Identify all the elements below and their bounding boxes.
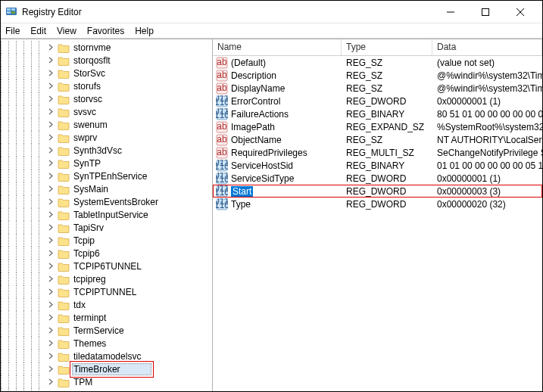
tree-label[interactable]: StorSvc [72,68,107,79]
expander-icon[interactable] [46,185,55,194]
expander-icon[interactable] [46,390,55,392]
tree-item-tpm[interactable]: TPM [1,375,212,388]
expander-icon[interactable] [46,262,55,271]
tree-label[interactable]: storufs [72,81,102,92]
tree-item-tcpipreg[interactable]: tcpipreg [1,272,212,285]
tree-item-stornvme[interactable]: stornvme [1,41,212,54]
tree-item-tiledatamodelsvc[interactable]: tiledatamodelsvc [1,350,212,362]
tree-item-terminpt[interactable]: terminpt [1,311,212,324]
expander-icon[interactable] [46,82,55,91]
tree-label[interactable]: Synth3dVsc [72,145,123,156]
tree-label[interactable]: tiledatamodelsvc [72,351,142,362]
menu-favorites[interactable]: Favorites [87,26,124,36]
tree-item-syntpenhservice[interactable]: SynTPEnhService [1,170,212,182]
expander-icon[interactable] [46,249,55,258]
tree-label[interactable]: TermService [72,325,126,336]
expander-icon[interactable] [46,275,55,284]
menu-help[interactable]: Help [135,26,154,36]
expander-icon[interactable] [46,339,55,348]
tree-label[interactable]: TimeBroker [72,363,151,375]
tree-label[interactable]: SynTPEnhService [72,171,148,182]
maximize-button[interactable] [468,1,503,23]
tree-item-storsvc[interactable]: StorSvc [1,67,212,79]
expander-icon[interactable] [46,43,55,52]
tree-item-tcpiptunnel[interactable]: TCPIPTUNNEL [1,285,212,298]
menu-view[interactable]: View [57,26,76,36]
tree-label[interactable]: storvsc [72,94,104,104]
registry-value-row[interactable]: abRequiredPrivilegesREG_MULTI_SZSeChange… [213,146,542,159]
tree-label[interactable]: svsvc [72,107,98,117]
tree-item-tcpip6tunnel[interactable]: TCPIP6TUNNEL [1,260,212,272]
expander-icon[interactable] [46,352,55,361]
expander-icon[interactable] [46,159,55,168]
tree-item-svsvc[interactable]: svsvc [1,105,212,118]
tree-label[interactable]: terminpt [72,313,108,323]
header-type[interactable]: Type [342,39,432,55]
tree-pane[interactable]: stornvmestorqosfltStorSvcstorufsstorvscs… [1,39,213,391]
tree-item-tcpip6[interactable]: Tcpip6 [1,247,212,260]
tree-label[interactable]: swenum [72,120,109,130]
tree-item-tapisrv[interactable]: TapiSrv [1,221,212,234]
tree-item-swprv[interactable]: swprv [1,131,212,144]
tree-label[interactable]: TabletInputService [72,210,150,220]
registry-value-row[interactable]: 011110ServiceHostSidREG_BINARY01 01 00 0… [213,159,542,172]
registry-value-row[interactable]: abDescriptionREG_SZ@%windir%\system32\Ti… [213,69,542,82]
tree-label[interactable]: Tcpip6 [72,248,101,259]
tree-item-synth3dvsc[interactable]: Synth3dVsc [1,144,212,157]
tree-label[interactable]: SystemEventsBroker [72,197,160,207]
tree-label[interactable]: TCPIPTUNNEL [72,287,138,297]
tree-label[interactable]: Tcpip [72,235,96,246]
tree-item-themes[interactable]: Themes [1,337,212,350]
registry-value-row[interactable]: abDisplayNameREG_SZ@%windir%\system32\Ti… [213,82,542,95]
expander-icon[interactable] [46,69,55,78]
tree-item-timebroker[interactable]: TimeBroker [1,362,212,375]
list-body[interactable]: ab(Default)REG_SZ(value not set)abDescri… [213,56,542,391]
registry-value-row[interactable]: 011110StartREG_DWORD0x00000003 (3) [213,185,542,198]
minimize-button[interactable] [433,1,468,23]
expander-icon[interactable] [46,133,55,142]
header-name[interactable]: Name [213,39,342,55]
registry-value-row[interactable]: 011110ErrorControlREG_DWORD0x00000001 (1… [213,95,542,107]
expander-icon[interactable] [46,95,55,104]
tree-label[interactable]: TapiSrv [72,222,105,233]
tree-item-storvsc[interactable]: storvsc [1,92,212,105]
registry-value-row[interactable]: 011110ServiceSidTypeREG_DWORD0x00000001 … [213,172,542,185]
tree-item-syntp[interactable]: SynTP [1,157,212,170]
menu-edit[interactable]: Edit [30,26,46,36]
menu-file[interactable]: File [5,26,20,36]
tree-item-storufs[interactable]: storufs [1,79,212,92]
expander-icon[interactable] [46,107,55,117]
expander-icon[interactable] [46,378,55,387]
expander-icon[interactable] [46,326,55,335]
tree-item-sysmain[interactable]: SysMain [1,182,212,195]
tree-item-tabletinputservice[interactable]: TabletInputService [1,208,212,221]
expander-icon[interactable] [46,56,55,65]
tree-label[interactable]: swprv [72,132,98,143]
expander-icon[interactable] [46,313,55,322]
tree-label[interactable]: TPM [72,377,94,387]
tree-label[interactable]: tcpipreg [72,274,108,285]
expander-icon[interactable] [46,223,55,232]
expander-icon[interactable] [46,288,55,297]
tree-label[interactable]: stornvme [72,42,112,53]
tree-label[interactable]: TCPIP6TUNNEL [72,261,143,272]
expander-icon[interactable] [46,120,55,129]
expander-icon[interactable] [46,365,55,374]
tree-item-tcpip[interactable]: Tcpip [1,234,212,247]
tree-label[interactable]: SynTP [72,158,102,169]
tree-label[interactable]: Themes [72,338,108,349]
registry-value-row[interactable]: abObjectNameREG_SZNT AUTHORITY\LocalServ… [213,133,542,146]
tree-item-trkwks[interactable]: TrkWks [1,388,212,391]
tree-item-storqosflt[interactable]: storqosflt [1,54,212,67]
expander-icon[interactable] [46,236,55,245]
close-button[interactable] [503,1,538,23]
expander-icon[interactable] [46,210,55,219]
tree-item-systemeventsbroker[interactable]: SystemEventsBroker [1,195,212,208]
registry-value-row[interactable]: ab(Default)REG_SZ(value not set) [213,56,542,69]
header-data[interactable]: Data [432,39,542,55]
registry-value-row[interactable]: abImagePathREG_EXPAND_SZ%SystemRoot%\sys… [213,120,542,133]
tree-label[interactable]: SysMain [72,184,110,194]
tree-label[interactable]: tdx [72,300,87,310]
tree-label[interactable]: TrkWks [72,390,105,392]
expander-icon[interactable] [46,300,55,310]
